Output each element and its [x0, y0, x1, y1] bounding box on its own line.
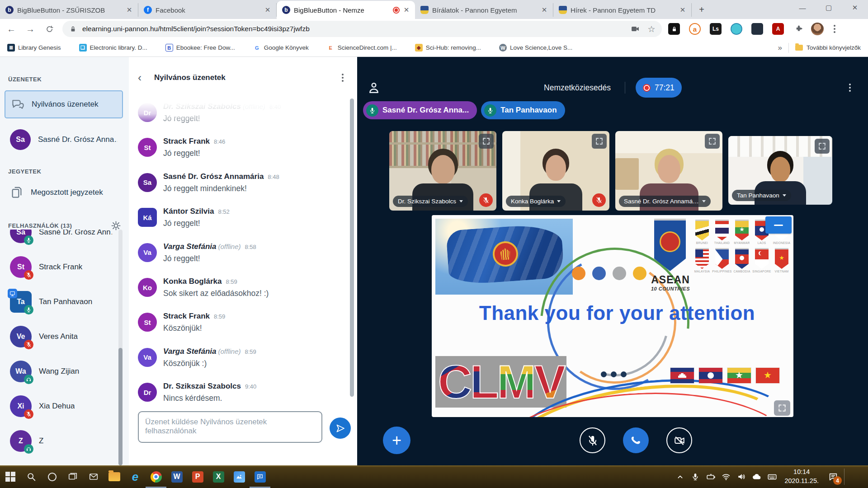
- bookmark-item[interactable]: GGoogle Könyvek: [253, 44, 309, 52]
- excel-taskbar-icon[interactable]: X: [208, 465, 229, 488]
- file-explorer-taskbar-icon[interactable]: [104, 465, 125, 488]
- minimize-presentation-button[interactable]: [765, 216, 792, 234]
- back-button[interactable]: ←: [4, 21, 19, 37]
- user-list-item[interactable]: XiXia Dehua: [5, 392, 118, 421]
- extension-dark-icon[interactable]: [751, 23, 763, 35]
- meeting-options-icon[interactable]: [844, 82, 855, 93]
- tray-keyboard-icon[interactable]: [764, 465, 780, 488]
- chat-message-input[interactable]: [138, 411, 322, 443]
- users-scrollbar-thumb[interactable]: [118, 348, 123, 465]
- user-list-item[interactable]: VeVeres Anita: [5, 322, 118, 351]
- send-message-button[interactable]: [330, 418, 351, 439]
- user-list-item[interactable]: ZZ: [5, 427, 118, 455]
- browser-tab[interactable]: Bírálatok - Pannon Egyetem✕: [415, 3, 553, 17]
- address-bar[interactable]: elearning.uni-pannon.hu/html5client/join…: [62, 21, 662, 37]
- browser-tab[interactable]: fFacebook✕: [138, 3, 277, 17]
- start-button[interactable]: [0, 465, 21, 488]
- other-bookmarks-folder[interactable]: További könyvjelzők: [795, 44, 861, 51]
- browser-profile-avatar[interactable]: [811, 23, 824, 35]
- chat-scrollbar-thumb[interactable]: [350, 99, 354, 397]
- sidebar-item-public-chat[interactable]: Nyilvános üzenetek: [5, 90, 123, 118]
- extensions-puzzle-icon[interactable]: [793, 23, 805, 35]
- recording-indicator[interactable]: 77:21: [636, 78, 682, 98]
- tray-battery-icon[interactable]: [703, 465, 718, 488]
- browser-tab[interactable]: bBigBlueButton - Nemze✕: [277, 1, 415, 19]
- bookmark-item[interactable]: EScienceDirect.com |...: [327, 44, 397, 52]
- taskbar-clock[interactable]: 10:14 2020.11.25.: [780, 468, 823, 485]
- tab-close-icon[interactable]: ✕: [679, 6, 687, 14]
- chrome-taskbar-icon[interactable]: [146, 465, 166, 488]
- chat-app-taskbar-icon[interactable]: [250, 465, 270, 488]
- user-list-item[interactable]: TaTan Panhavaon: [5, 287, 118, 316]
- webcam-name-label[interactable]: Dr. Szikszai Szabolcs: [393, 196, 468, 207]
- webcam-name-label[interactable]: Tan Panhavaon: [732, 190, 791, 201]
- bookmarks-overflow-chevron[interactable]: »: [771, 43, 788, 52]
- bookmark-item[interactable]: ◆Sci-Hub: removing...: [415, 44, 481, 52]
- leave-audio-button[interactable]: [623, 427, 649, 453]
- extension-open-access-icon[interactable]: a: [689, 23, 701, 35]
- task-view-icon[interactable]: [62, 465, 83, 488]
- word-taskbar-icon[interactable]: W: [166, 465, 187, 488]
- chat-options-icon[interactable]: [337, 72, 348, 83]
- extension-teal-icon[interactable]: [731, 23, 742, 35]
- edge-taskbar-icon[interactable]: e: [125, 465, 146, 488]
- extension-lock-icon[interactable]: [668, 23, 680, 35]
- powerpoint-taskbar-icon[interactable]: P: [187, 465, 208, 488]
- taskbar-search-icon[interactable]: [21, 465, 42, 488]
- user-list-item[interactable]: WaWang Zijian: [5, 357, 118, 386]
- user-list-item[interactable]: StStrack Frank: [5, 253, 118, 282]
- sidebar-item-private-chat[interactable]: Sa Sasné Dr. Grósz Anna…: [5, 126, 123, 154]
- browser-tab[interactable]: Hírek - Pannon Egyetem TD✕: [553, 3, 692, 17]
- reload-button[interactable]: [42, 21, 57, 37]
- tab-close-icon[interactable]: ✕: [540, 6, 548, 14]
- tab-close-icon[interactable]: ✕: [125, 6, 133, 14]
- webcam-name-label[interactable]: Sasné Dr. Grósz Annamá…: [619, 196, 711, 207]
- window-minimize-button[interactable]: —: [789, 0, 816, 15]
- photos-taskbar-icon[interactable]: [229, 465, 250, 488]
- webcam-fullscreen-icon[interactable]: [592, 134, 607, 149]
- mute-microphone-button[interactable]: [580, 427, 605, 453]
- extension-library-genesis-icon[interactable]: Ls: [710, 23, 722, 35]
- bookmark-item[interactable]: BEbookee: Free Dow...: [165, 44, 235, 52]
- chat-scrollbar[interactable]: [350, 99, 354, 400]
- share-webcam-button[interactable]: [666, 427, 692, 453]
- window-controls: — ▢ ✕: [789, 0, 868, 15]
- new-tab-button[interactable]: +: [695, 3, 708, 16]
- users-scrollbar[interactable]: [118, 230, 123, 465]
- user-list-item[interactable]: SaSasné Dr. Grósz Ann…: [5, 230, 118, 247]
- offline-label: (offline): [218, 243, 241, 250]
- mail-taskbar-icon[interactable]: [83, 465, 104, 488]
- tray-chevron-icon[interactable]: [672, 465, 688, 488]
- action-center-icon[interactable]: 4: [823, 465, 843, 488]
- extension-acrobat-icon[interactable]: A: [772, 23, 784, 35]
- browser-menu-icon[interactable]: [829, 23, 840, 34]
- webcam-fullscreen-icon[interactable]: [815, 139, 830, 154]
- clock-time: 10:14: [784, 468, 819, 477]
- tab-close-icon[interactable]: ✕: [264, 6, 272, 14]
- tray-wifi-icon[interactable]: [718, 465, 734, 488]
- sidebar-item-shared-notes[interactable]: Megosztott jegyzetek: [5, 180, 123, 205]
- window-maximize-button[interactable]: ▢: [816, 0, 842, 15]
- bookmark-item[interactable]: ❏Electronic library. D...: [79, 44, 147, 52]
- file-explorer-icon: [108, 472, 120, 481]
- forward-button[interactable]: →: [23, 21, 38, 37]
- tab-camera-indicator-icon[interactable]: [630, 24, 640, 34]
- chat-back-chevron-icon[interactable]: ‹: [138, 71, 149, 84]
- tray-onedrive-icon[interactable]: [749, 465, 764, 488]
- bookmark-star-icon[interactable]: ☆: [646, 24, 656, 34]
- participants-icon[interactable]: [367, 81, 381, 94]
- show-desktop-strip[interactable]: [845, 465, 868, 488]
- tab-close-icon[interactable]: ✕: [402, 6, 410, 14]
- bookmark-item[interactable]: WLove Science,Love S...: [499, 44, 572, 52]
- webcam-fullscreen-icon[interactable]: [705, 134, 720, 149]
- cortana-icon[interactable]: [42, 465, 62, 488]
- tray-microphone-icon[interactable]: [688, 465, 703, 488]
- webcam-fullscreen-icon[interactable]: [479, 134, 494, 149]
- bookmark-item[interactable]: ≣Library Genesis: [7, 44, 61, 52]
- webcam-name-label[interactable]: Konka Boglárka: [506, 196, 566, 207]
- actions-plus-button[interactable]: +: [383, 427, 410, 454]
- fullscreen-presentation-button[interactable]: [774, 400, 790, 416]
- browser-tab[interactable]: bBigBlueButton - ZSŰRISZOB✕: [0, 3, 138, 17]
- window-close-button[interactable]: ✕: [842, 0, 868, 15]
- tray-volume-icon[interactable]: [734, 465, 749, 488]
